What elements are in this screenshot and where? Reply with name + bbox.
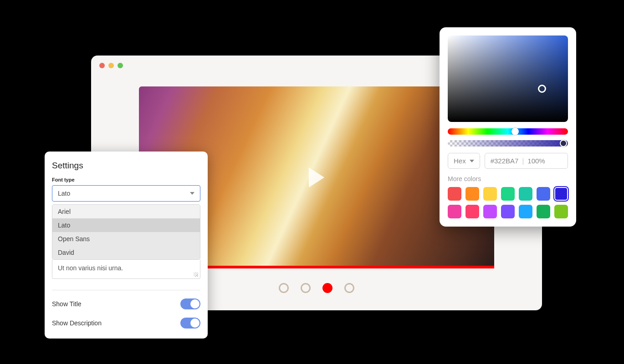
toggle-knob <box>190 318 199 328</box>
show-title-label: Show Title <box>52 300 82 308</box>
opacity-value: 100% <box>527 157 545 165</box>
separator: | <box>522 157 524 165</box>
color-value-input[interactable]: #322BA7 | 100% <box>485 153 568 169</box>
settings-panel: Settings Font type Lato Ariel Lato Open … <box>45 152 208 339</box>
color-swatch[interactable] <box>554 187 568 201</box>
description-textarea[interactable]: Ut non varius nisi urna. <box>52 260 200 279</box>
pager-dot-1[interactable] <box>279 283 289 293</box>
settings-title: Settings <box>45 161 208 177</box>
minimize-window-button[interactable] <box>108 63 114 68</box>
color-swatch[interactable] <box>519 205 532 218</box>
show-title-row: Show Title <box>45 290 208 309</box>
hue-thumb[interactable] <box>511 128 519 135</box>
color-swatch[interactable] <box>537 205 550 218</box>
color-swatch[interactable] <box>483 187 497 201</box>
play-icon[interactable] <box>309 167 324 187</box>
color-swatch[interactable] <box>465 205 479 218</box>
close-window-button[interactable] <box>99 63 105 68</box>
font-type-selected: Lato <box>58 190 70 197</box>
color-picker-panel: Hex #322BA7 | 100% More colors <box>440 27 576 227</box>
font-type-label: Font type <box>45 177 208 185</box>
resize-handle-icon[interactable] <box>194 272 198 277</box>
color-swatch[interactable] <box>554 205 568 218</box>
opacity-thumb[interactable] <box>560 140 567 147</box>
toggle-knob <box>190 299 199 308</box>
show-description-toggle[interactable] <box>180 318 200 329</box>
font-option[interactable]: Ariel <box>52 205 200 218</box>
opacity-slider[interactable] <box>448 140 568 147</box>
color-value-row: Hex #322BA7 | 100% <box>448 153 568 169</box>
color-format-select[interactable]: Hex <box>448 153 480 169</box>
font-option[interactable]: Open Sans <box>52 232 200 246</box>
window-controls <box>99 63 123 68</box>
maximize-window-button[interactable] <box>118 63 123 68</box>
font-type-dropdown: Ariel Lato Open Sans David <box>52 204 200 260</box>
color-format-label: Hex <box>454 157 466 165</box>
color-swatch[interactable] <box>448 187 461 201</box>
color-swatch[interactable] <box>483 205 497 218</box>
color-swatch[interactable] <box>501 187 515 201</box>
more-colors-label: More colors <box>448 175 568 182</box>
color-cursor[interactable] <box>538 85 546 93</box>
font-type-select[interactable]: Lato <box>52 185 200 202</box>
swatch-grid <box>448 187 568 218</box>
hex-value: #322BA7 <box>491 157 519 165</box>
color-swatch[interactable] <box>448 205 461 218</box>
description-text: Ut non varius nisi urna. <box>58 264 123 272</box>
chevron-down-icon <box>190 192 194 195</box>
color-swatch[interactable] <box>501 205 515 218</box>
pager-dot-4[interactable] <box>344 283 354 293</box>
color-saturation-field[interactable] <box>448 35 568 122</box>
hue-slider[interactable] <box>448 128 568 135</box>
chevron-down-icon <box>470 160 474 162</box>
color-swatch[interactable] <box>465 187 479 201</box>
font-option[interactable]: David <box>52 246 200 259</box>
show-description-row: Show Description <box>45 309 208 329</box>
pager-dot-3[interactable] <box>322 283 332 293</box>
font-option[interactable]: Lato <box>52 218 200 232</box>
color-swatch[interactable] <box>519 187 532 201</box>
show-description-label: Show Description <box>52 319 102 327</box>
pager-dot-2[interactable] <box>301 283 311 293</box>
color-swatch[interactable] <box>537 187 550 201</box>
show-title-toggle[interactable] <box>180 298 200 309</box>
slide-pager <box>279 283 354 293</box>
